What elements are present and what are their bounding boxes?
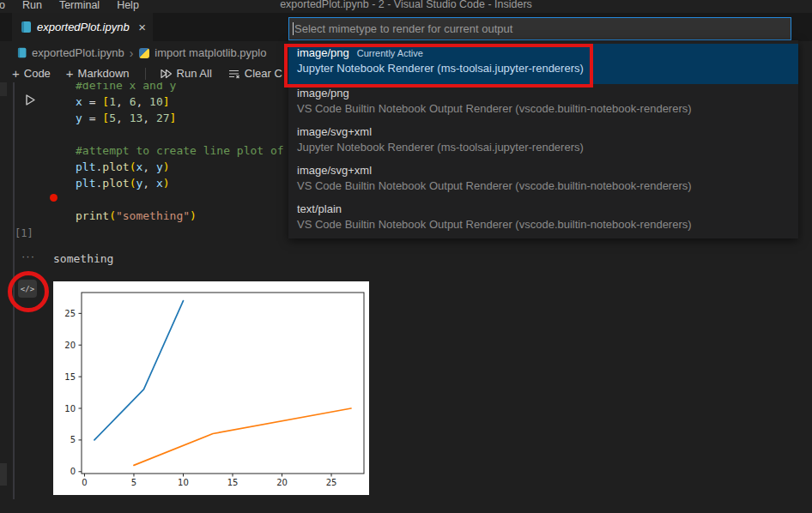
notebook-icon [21,21,31,33]
run-all-label: Run All [177,67,212,80]
toolbar-separator [145,68,146,80]
code-line [76,191,284,208]
option-detail: Jupyter Notebook Renderer (ms-toolsai.ju… [297,62,798,75]
svg-text:0: 0 [70,467,76,476]
cell-left-border [13,82,15,499]
window-title: exportedPlot.ipynb - 2 - Visual Studio C… [0,0,812,10]
mimetype-search-input[interactable]: Select mimetype to render for current ou… [288,17,791,40]
svg-text:10: 10 [178,478,189,487]
option-label: image/png [297,87,349,100]
breadcrumb-file[interactable]: exportedPlot.ipynb [32,46,124,59]
mimetype-option[interactable]: image/svg+xmlJupyter Notebook Renderer (… [288,123,798,161]
option-label: image/svg+xml [297,125,372,138]
code-line: plt.plot(x, y) [76,159,284,175]
run-cell-button[interactable] [23,93,37,111]
svg-text:25: 25 [326,478,337,487]
svg-text:20: 20 [276,478,288,487]
option-label: image/svg+xml [297,164,372,177]
mimetype-option[interactable]: text/plainVS Code Builtin Notebook Outpu… [288,200,798,238]
input-placeholder: Select mimetype to render for current ou… [294,22,512,35]
execution-count: [1] [15,227,33,239]
mimetype-option[interactable]: image/pngVS Code Builtin Notebook Output… [288,84,798,123]
scrollbar-thumb[interactable] [0,463,7,486]
mimetype-option[interactable]: image/svg+xmlVS Code Builtin Notebook Ou… [288,161,798,200]
play-icon [23,93,37,107]
svg-text:5: 5 [131,478,136,487]
svg-text:10: 10 [64,404,76,413]
option-detail: Jupyter Notebook Renderer (ms-toolsai.ju… [297,141,798,154]
vscode-window: #define x and yx = [1, 6, 10]y = [5, 13,… [0,0,812,513]
python-icon [139,48,149,58]
add-code-button[interactable]: + Code [12,67,51,80]
code-line: x = [1, 6, 10] [76,94,284,110]
breadcrumb-symbol[interactable]: import matplotlib.pyplo [155,46,266,59]
mimetype-option[interactable]: image/pngCurrently ActiveJupyter Noteboo… [288,44,798,84]
matplotlib-plot-output: 05101520250510152025 [53,281,369,495]
option-label: text/plain [297,202,342,215]
code-line: plt.plot(y, x) [76,175,284,191]
line-chart: 05101520250510152025 [53,281,369,495]
mimetype-picker: Select mimetype to render for current ou… [288,17,798,40]
plus-icon: + [12,67,20,80]
tab-exportedplot[interactable]: exportedPlot.ipynb × [12,13,153,41]
option-badge: Currently Active [357,48,423,58]
code-line [76,126,284,142]
add-markdown-button[interactable]: + Markdown [66,67,130,80]
option-detail: VS Code Builtin Notebook Output Renderer… [297,179,798,192]
clear-outputs-label: Clear C [245,67,282,80]
svg-text:0: 0 [82,478,87,487]
chevron-right-icon: › [130,46,134,60]
svg-text:15: 15 [227,478,239,487]
code-line: print("something") [76,208,284,224]
notebook-icon [18,48,27,58]
output-text: something [53,252,113,265]
run-all-button[interactable]: Run All [160,67,212,80]
svg-text:20: 20 [64,341,76,350]
svg-text:15: 15 [64,372,76,382]
option-detail: VS Code Builtin Notebook Output Renderer… [297,102,798,115]
clear-outputs-icon [227,68,240,80]
run-all-icon [160,68,173,80]
text-caret [293,22,294,35]
breakpoint-icon[interactable] [50,194,58,202]
add-markdown-label: Markdown [78,67,130,80]
mimetype-option-list: image/pngCurrently ActiveJupyter Noteboo… [288,40,798,238]
add-code-label: Code [24,67,51,80]
svg-text:5: 5 [70,435,76,444]
clear-outputs-button[interactable]: Clear C [227,67,282,80]
close-tab-icon[interactable]: × [138,21,146,33]
title-bar: oRunTerminalHelp exportedPlot.ipynb - 2 … [0,0,812,13]
option-label: image/png [297,46,349,59]
svg-text:25: 25 [64,309,76,318]
code-line: y = [5, 13, 27] [76,110,284,126]
option-detail: VS Code Builtin Notebook Output Renderer… [297,218,798,231]
tab-title: exportedPlot.ipynb [37,21,130,33]
plus-icon: + [66,67,74,80]
change-presentation-button[interactable]: </> [18,280,37,298]
output-options-button[interactable]: ··· [21,250,35,263]
code-line: #attempt to create line plot of [76,142,284,159]
sidebar-edge-strip [0,82,7,96]
cell-code-editor[interactable]: #define x and yx = [1, 6, 10]y = [5, 13,… [76,77,284,224]
